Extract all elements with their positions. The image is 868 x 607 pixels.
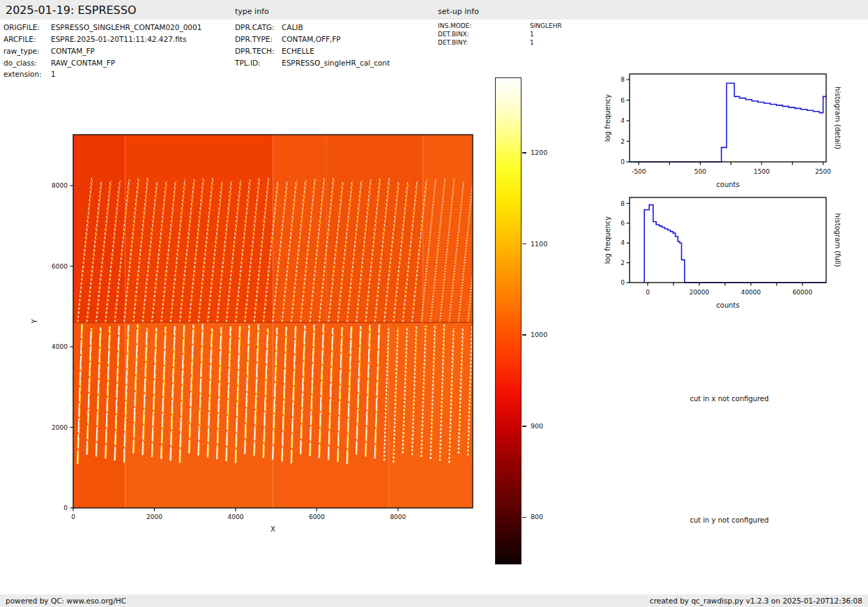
- page-title: 2025-01-19: ESPRESSO: [6, 3, 137, 17]
- svg-text:60000: 60000: [793, 289, 813, 296]
- meta-value: SINGLEHR: [530, 22, 562, 29]
- svg-text:0: 0: [63, 504, 68, 511]
- meta-label: raw_type:: [3, 47, 51, 55]
- svg-text:20000: 20000: [690, 289, 710, 296]
- meta-label: ORIGFILE:: [3, 24, 51, 31]
- meta-value: 1: [51, 70, 56, 78]
- colorbar-tick: [522, 243, 526, 245]
- svg-text:40000: 40000: [741, 289, 761, 296]
- cut-x-message: cut in x not configured: [653, 395, 806, 403]
- svg-text:0: 0: [620, 158, 625, 165]
- file-info-row: ARCFILE:ESPRE.2025-01-20T11:11:42.427.fi…: [3, 36, 186, 43]
- file-info-row: extension:1: [3, 70, 56, 78]
- meta-value: ESPRE.2025-01-20T11:11:42.427.fits: [51, 35, 186, 43]
- svg-text:X: X: [271, 525, 275, 533]
- svg-text:4000: 4000: [227, 514, 243, 520]
- svg-text:2000: 2000: [52, 424, 68, 431]
- qc-rawdisp-report: { "header": { "title": "2025-01-19: ESPR…: [0, 0, 868, 607]
- meta-label: DET.BINY:: [438, 40, 530, 46]
- svg-text:8000: 8000: [52, 182, 68, 189]
- header-bar: 2025-01-19: ESPRESSO type info set-up in…: [0, 0, 868, 20]
- colorbar-tick: [522, 517, 526, 518]
- svg-text:histogram (full): histogram (full): [834, 213, 842, 267]
- cut-y-message: cut in y not configured: [653, 516, 806, 524]
- setup-info-header: set-up info: [438, 7, 479, 16]
- meta-label: DPR.CATG:: [235, 24, 282, 31]
- svg-text:4: 4: [620, 117, 625, 124]
- svg-text:6000: 6000: [52, 263, 68, 270]
- type-info-row: DPR.CATG:CALIB: [235, 24, 303, 31]
- meta-label: DPR.TYPE:: [235, 36, 282, 43]
- svg-text:2: 2: [620, 260, 625, 267]
- colorbar-tick: [522, 334, 526, 336]
- setup-info-row: INS.MODE:SINGLEHR: [438, 23, 562, 29]
- file-info-row: do_class:RAW_CONTAM_FP: [3, 59, 115, 67]
- meta-label: do_class:: [3, 59, 51, 67]
- svg-text:0: 0: [646, 289, 650, 296]
- svg-text:log frequency: log frequency: [604, 94, 611, 142]
- meta-value: CONTAM_FP: [51, 47, 95, 55]
- setup-info-row: DET.BINY:1: [438, 40, 534, 46]
- meta-label: INS.MODE:: [438, 23, 530, 29]
- svg-text:6000: 6000: [309, 514, 325, 520]
- colorbar-tick-label: 900: [531, 423, 543, 430]
- svg-text:0: 0: [620, 279, 625, 286]
- svg-text:6: 6: [620, 97, 625, 104]
- meta-value: RAW_CONTAM_FP: [51, 59, 115, 67]
- meta-value: 1: [530, 39, 534, 46]
- svg-text:500: 500: [694, 168, 706, 175]
- colorbar-gradient: [495, 77, 521, 564]
- svg-text:histogram (detail): histogram (detail): [834, 87, 842, 149]
- type-info-header: type info: [235, 7, 269, 16]
- svg-text:8: 8: [620, 200, 625, 207]
- footer-bar: powered by QC: www.eso.org/HC created by…: [0, 594, 868, 607]
- svg-text:2: 2: [620, 138, 625, 145]
- colorbar-tick-label: 1000: [531, 331, 547, 338]
- svg-text:4000: 4000: [52, 343, 68, 350]
- svg-text:8000: 8000: [390, 514, 406, 520]
- meta-value: ESPRESSO_SINGLEHR_CONTAM020_0001: [51, 23, 201, 31]
- meta-value: CALIB: [282, 23, 303, 31]
- colorbar-tick-label: 1200: [531, 149, 547, 156]
- colorbar-tick: [522, 152, 526, 153]
- footer-created-by: created by qc_rawdisp.py v1.2.3 on 2025-…: [650, 597, 862, 605]
- svg-text:8: 8: [620, 76, 625, 83]
- colorbar-tick-label: 800: [531, 514, 543, 520]
- file-info-row: raw_type:CONTAM_FP: [3, 47, 95, 55]
- meta-value: ESPRESSO_singleHR_cal_cont: [282, 59, 390, 67]
- setup-info-row: DET.BINX:1: [438, 31, 534, 38]
- type-info-row: DPR.TYPE:CONTAM,OFF,FP: [235, 36, 341, 43]
- meta-label: TPL.ID:: [235, 59, 282, 67]
- footer-powered-by: powered by QC: www.eso.org/HC: [6, 597, 126, 605]
- svg-text:-500: -500: [632, 168, 646, 175]
- histogram-full-svg: 020000400006000002468countslog frequency…: [598, 188, 868, 320]
- svg-text:1500: 1500: [754, 168, 770, 175]
- meta-value: ECHELLE: [282, 47, 314, 55]
- svg-text:0: 0: [71, 514, 75, 520]
- svg-text:Y: Y: [31, 319, 38, 324]
- meta-value: CONTAM,OFF,FP: [282, 35, 341, 43]
- svg-text:6: 6: [620, 220, 625, 227]
- svg-text:4: 4: [620, 239, 625, 246]
- meta-label: DET.BINX:: [438, 31, 530, 38]
- type-info-row: DPR.TECH:ECHELLE: [235, 47, 314, 55]
- file-info-row: ORIGFILE:ESPRESSO_SINGLEHR_CONTAM020_000…: [3, 24, 201, 31]
- meta-label: DPR.TECH:: [235, 47, 282, 55]
- svg-text:counts: counts: [716, 301, 739, 309]
- meta-label: ARCFILE:: [3, 36, 51, 43]
- svg-text:2000: 2000: [146, 514, 162, 520]
- colorbar-tick-label: 1100: [531, 241, 547, 248]
- histogram-detail-svg: -5005001500250002468countslog frequencyh…: [598, 66, 868, 195]
- meta-label: extension:: [3, 70, 51, 78]
- svg-text:log frequency: log frequency: [604, 216, 611, 264]
- detector-image-svg: 0200040006000800002000400060008000XY: [28, 126, 488, 544]
- meta-value: 1: [530, 31, 534, 38]
- colorbar-tick: [522, 426, 526, 427]
- svg-text:2500: 2500: [815, 168, 831, 175]
- type-info-row: TPL.ID:ESPRESSO_singleHR_cal_cont: [235, 59, 390, 67]
